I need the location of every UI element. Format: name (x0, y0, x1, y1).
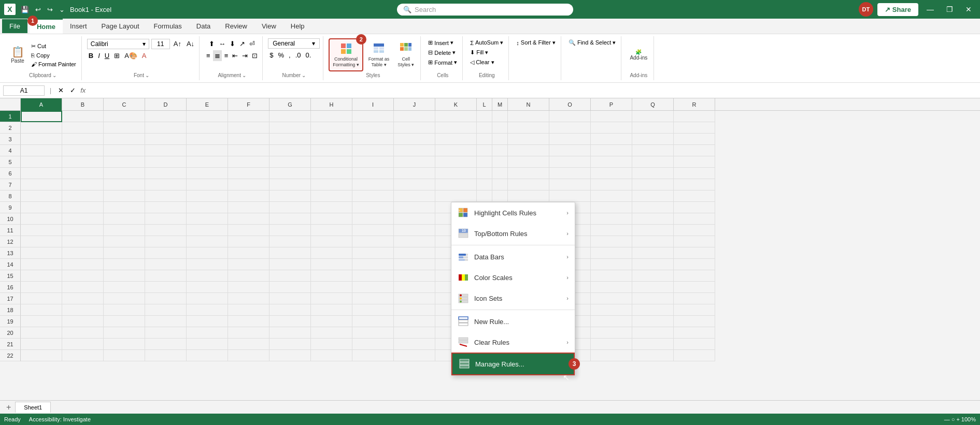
cell-N4[interactable] (508, 145, 549, 156)
cell-I20[interactable] (352, 327, 394, 339)
cell-G13[interactable] (269, 247, 311, 259)
cell-L2[interactable] (477, 122, 492, 134)
wrap-text-button[interactable]: ⏎ (248, 38, 257, 49)
cell-P5[interactable] (591, 156, 632, 168)
cell-H21[interactable] (311, 339, 352, 350)
cell-Q8[interactable] (632, 190, 674, 202)
cut-button[interactable]: ✂ Cut (29, 42, 78, 51)
cell-E4[interactable] (187, 145, 228, 156)
cell-A22[interactable] (21, 350, 62, 361)
cell-O6[interactable] (549, 168, 591, 179)
cell-F3[interactable] (228, 134, 269, 145)
share-button[interactable]: ↗ Share (877, 3, 918, 16)
cell-E8[interactable] (187, 190, 228, 202)
cell-B20[interactable] (62, 327, 104, 339)
cell-P16[interactable] (591, 282, 632, 293)
format-as-table-button[interactable]: Format asTable ▾ (365, 38, 393, 71)
cell-Q20[interactable] (632, 327, 674, 339)
cell-J20[interactable] (394, 327, 435, 339)
cell-A19[interactable] (21, 316, 62, 327)
cell-N2[interactable] (508, 122, 549, 134)
cell-Q12[interactable] (632, 236, 674, 247)
tab-home[interactable]: Home 1 (30, 19, 63, 34)
cell-B7[interactable] (62, 179, 104, 190)
col-header-A[interactable]: A (21, 98, 62, 111)
cell-O2[interactable] (549, 122, 591, 134)
menu-item-iconsets[interactable]: Icon Sets › (451, 288, 575, 309)
cell-P12[interactable] (591, 236, 632, 247)
cell-A14[interactable] (21, 259, 62, 270)
tab-formulas[interactable]: Formulas (147, 19, 189, 33)
tab-insert[interactable]: Insert (63, 19, 94, 33)
cell-R4[interactable] (674, 145, 715, 156)
cell-I4[interactable] (352, 145, 394, 156)
menu-item-colorscales[interactable]: Color Scales › (451, 267, 575, 288)
cell-F12[interactable] (228, 236, 269, 247)
cell-H11[interactable] (311, 225, 352, 236)
cell-B22[interactable] (62, 350, 104, 361)
cell-E19[interactable] (187, 316, 228, 327)
cell-C3[interactable] (104, 134, 145, 145)
cell-J18[interactable] (394, 304, 435, 316)
cell-A12[interactable] (21, 236, 62, 247)
cell-B10[interactable] (62, 213, 104, 225)
cell-D5[interactable] (145, 156, 187, 168)
cell-L8[interactable] (477, 190, 492, 202)
cell-A1[interactable] (21, 111, 62, 122)
cell-G19[interactable] (269, 316, 311, 327)
cell-F11[interactable] (228, 225, 269, 236)
cell-E10[interactable] (187, 213, 228, 225)
cell-G5[interactable] (269, 156, 311, 168)
cell-H2[interactable] (311, 122, 352, 134)
cell-Q4[interactable] (632, 145, 674, 156)
cell-E3[interactable] (187, 134, 228, 145)
cell-G3[interactable] (269, 134, 311, 145)
cell-C17[interactable] (104, 293, 145, 304)
redo-button[interactable]: ↪ (45, 5, 55, 14)
cell-H19[interactable] (311, 316, 352, 327)
cell-C19[interactable] (104, 316, 145, 327)
cell-B17[interactable] (62, 293, 104, 304)
cell-R14[interactable] (674, 259, 715, 270)
cell-D15[interactable] (145, 270, 187, 282)
cell-F9[interactable] (228, 202, 269, 213)
cell-M3[interactable] (492, 134, 508, 145)
col-header-J[interactable]: J (394, 98, 435, 111)
cell-K4[interactable] (435, 145, 477, 156)
cell-Q3[interactable] (632, 134, 674, 145)
col-header-B[interactable]: B (62, 98, 104, 111)
tab-help[interactable]: Help (283, 19, 312, 33)
cell-E13[interactable] (187, 247, 228, 259)
cell-C1[interactable] (104, 111, 145, 122)
number-format-dropdown[interactable]: General ▾ (268, 38, 320, 49)
cell-M4[interactable] (492, 145, 508, 156)
cell-A15[interactable] (21, 270, 62, 282)
cell-I10[interactable] (352, 213, 394, 225)
addins-button[interactable]: 🧩 Add-ins (627, 48, 650, 62)
cell-D4[interactable] (145, 145, 187, 156)
cell-D12[interactable] (145, 236, 187, 247)
cell-A8[interactable] (21, 190, 62, 202)
sort-filter-button[interactable]: ↕ Sort & Filter ▾ (514, 38, 558, 47)
cell-C5[interactable] (104, 156, 145, 168)
cell-I2[interactable] (352, 122, 394, 134)
cell-I9[interactable] (352, 202, 394, 213)
cell-G16[interactable] (269, 282, 311, 293)
cell-R10[interactable] (674, 213, 715, 225)
cell-J2[interactable] (394, 122, 435, 134)
cell-F16[interactable] (228, 282, 269, 293)
search-bar[interactable]: 🔍 Search (397, 4, 573, 16)
cell-P10[interactable] (591, 213, 632, 225)
copy-button[interactable]: ⎘ Copy (29, 51, 78, 60)
cell-B2[interactable] (62, 122, 104, 134)
close-button[interactable]: ✕ (961, 4, 976, 14)
cell-F1[interactable] (228, 111, 269, 122)
cell-P8[interactable] (591, 190, 632, 202)
cell-I11[interactable] (352, 225, 394, 236)
cell-E5[interactable] (187, 156, 228, 168)
cell-L5[interactable] (477, 156, 492, 168)
cell-C12[interactable] (104, 236, 145, 247)
cell-R9[interactable] (674, 202, 715, 213)
cell-H12[interactable] (311, 236, 352, 247)
cell-F6[interactable] (228, 168, 269, 179)
